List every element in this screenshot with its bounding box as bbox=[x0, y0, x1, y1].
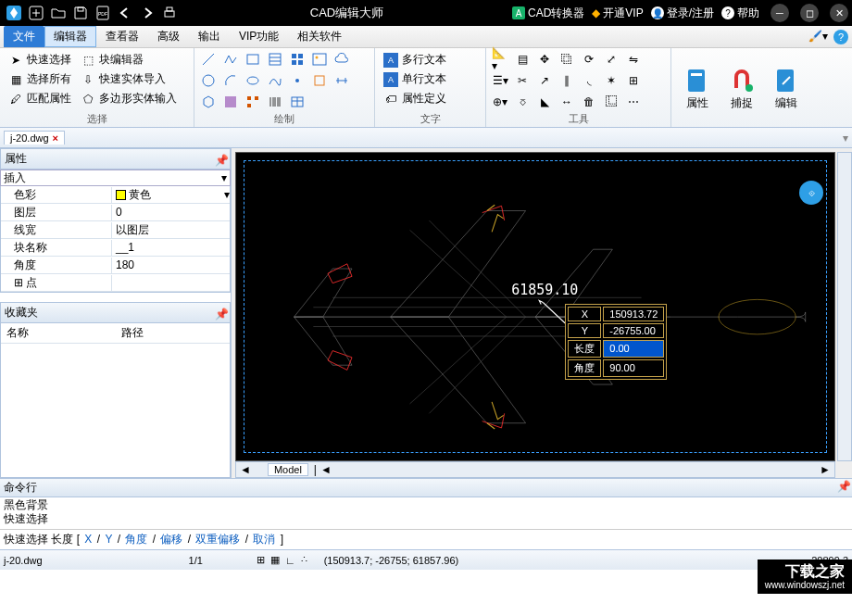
vertical-scrollbar[interactable] bbox=[837, 152, 852, 461]
login-link[interactable]: 👤登录/注册 bbox=[651, 6, 714, 21]
cmd-link-doffset[interactable]: 双重偏移 bbox=[195, 533, 240, 546]
settings-help-icon[interactable]: ? bbox=[833, 30, 848, 44]
vip-link[interactable]: ◆开通VIP bbox=[592, 6, 643, 21]
properties-panel-header[interactable]: 属性📌 bbox=[0, 148, 231, 170]
horizontal-scrollbar[interactable]: ◄ Model |◄ ► bbox=[235, 461, 835, 478]
hatch-icon[interactable] bbox=[267, 51, 283, 68]
scroll-left-icon[interactable]: ◄ bbox=[236, 463, 255, 476]
prop-row-blockname[interactable]: 块名称__1 bbox=[1, 239, 230, 257]
arc-icon[interactable] bbox=[222, 72, 239, 89]
polar-toggle-icon[interactable]: ∴ bbox=[301, 554, 307, 566]
snap-big-button[interactable]: 捕捉 bbox=[721, 51, 762, 127]
rotate-icon[interactable]: ⟳ bbox=[581, 51, 597, 68]
cmd-link-x[interactable]: X bbox=[84, 533, 92, 546]
grid-icon[interactable] bbox=[289, 51, 306, 68]
length-input[interactable]: 0.00 bbox=[603, 340, 664, 358]
multiline-text-button[interactable]: A多行文本 bbox=[381, 51, 449, 69]
block-editor-button[interactable]: ⬚块编辑器 bbox=[78, 51, 180, 69]
circle-icon[interactable] bbox=[200, 72, 217, 89]
point-icon[interactable] bbox=[289, 72, 306, 89]
menu-editor[interactable]: 编辑器 bbox=[44, 26, 96, 47]
array-icon[interactable]: ⊞ bbox=[625, 72, 642, 89]
cmd-link-angle[interactable]: 角度 bbox=[125, 533, 147, 546]
dim-icon[interactable] bbox=[333, 72, 350, 89]
qrcode-icon[interactable] bbox=[244, 94, 261, 110]
hexagon-icon[interactable] bbox=[200, 94, 217, 110]
fill-icon[interactable] bbox=[222, 94, 239, 110]
command-input[interactable]: 快速选择 长度 [ X / Y / 角度 / 偏移 / 双重偏移 / 取消 ] bbox=[0, 529, 852, 549]
menu-viewer[interactable]: 查看器 bbox=[96, 26, 148, 47]
close-tab-icon[interactable]: × bbox=[53, 132, 58, 144]
help-link[interactable]: ?帮助 bbox=[721, 6, 759, 21]
cad-converter-link[interactable]: ACAD转换器 bbox=[512, 6, 584, 21]
scroll-right-icon[interactable]: ► bbox=[816, 463, 834, 476]
undo-icon[interactable] bbox=[115, 3, 135, 23]
pin-icon[interactable]: 📌 bbox=[215, 308, 226, 319]
redo-icon[interactable] bbox=[137, 3, 157, 23]
match-props-button[interactable]: 🖊匹配属性 bbox=[6, 90, 74, 107]
ortho-toggle-icon[interactable]: ∟ bbox=[285, 555, 295, 566]
mirror-icon[interactable]: ⇋ bbox=[625, 51, 642, 68]
scale-icon[interactable]: ⤢ bbox=[603, 51, 620, 68]
extend-icon[interactable]: ↗ bbox=[536, 72, 553, 89]
pdf-icon[interactable]: PDF bbox=[93, 3, 113, 23]
insert-dropdown[interactable]: 插入▾ bbox=[0, 170, 231, 186]
barcode-icon[interactable] bbox=[267, 94, 283, 110]
select-all-button[interactable]: ▦选择所有 bbox=[6, 70, 74, 88]
prop-row-layer[interactable]: 图层0 bbox=[1, 204, 230, 221]
prop-row-angle[interactable]: 角度180 bbox=[1, 257, 230, 274]
close-button[interactable]: ✕ bbox=[830, 4, 848, 22]
pin-icon[interactable]: 📌 bbox=[837, 480, 848, 491]
fillet-icon[interactable]: ◟ bbox=[581, 72, 597, 89]
prop-row-point[interactable]: ⊞ 点 bbox=[1, 274, 230, 292]
fav-col-name[interactable]: 名称 bbox=[1, 323, 116, 343]
quick-select-button[interactable]: ➤快速选择 bbox=[6, 51, 74, 69]
more-tool-icon[interactable]: ⋯ bbox=[625, 94, 642, 110]
scroll-track[interactable]: ◄ bbox=[317, 463, 335, 476]
maximize-button[interactable]: ◻ bbox=[800, 4, 819, 22]
style-icon[interactable]: 🖌️▾ bbox=[808, 30, 828, 44]
snap-toggle-icon[interactable]: ⊞ bbox=[257, 554, 265, 566]
polygon-input-button[interactable]: ⬠多边形实体输入 bbox=[78, 90, 180, 107]
fav-col-path[interactable]: 路径 bbox=[116, 323, 231, 343]
copy-icon[interactable]: ⿻ bbox=[558, 51, 575, 68]
cmd-link-offset[interactable]: 偏移 bbox=[160, 533, 182, 546]
prop-row-lineweight[interactable]: 线宽以图层 bbox=[1, 221, 230, 239]
view-cube-button[interactable]: ⟐ bbox=[799, 181, 823, 205]
move-icon[interactable]: ✥ bbox=[536, 51, 553, 68]
singleline-text-button[interactable]: A单行文本 bbox=[381, 70, 449, 88]
chamfer-icon[interactable]: ◣ bbox=[536, 94, 553, 110]
new-icon[interactable] bbox=[26, 3, 46, 23]
explode-icon[interactable]: ✶ bbox=[603, 72, 620, 89]
polyline-icon[interactable] bbox=[222, 51, 239, 68]
edit-big-button[interactable]: 编辑 bbox=[766, 51, 807, 127]
cmd-link-y[interactable]: Y bbox=[105, 533, 112, 546]
align-icon[interactable]: ☰▾ bbox=[492, 72, 508, 89]
menu-related[interactable]: 相关软件 bbox=[288, 26, 351, 47]
block-insert-icon[interactable] bbox=[311, 72, 328, 89]
break-icon[interactable]: ⎏ bbox=[514, 94, 531, 110]
menu-file[interactable]: 文件 bbox=[4, 26, 44, 47]
rect-icon[interactable] bbox=[244, 51, 261, 68]
attr-def-button[interactable]: 🏷属性定义 bbox=[381, 90, 449, 107]
drawing-canvas[interactable]: 61859.10 X150913.72 Y-26755.00 长度0.00 角度… bbox=[235, 152, 835, 461]
trim-icon[interactable]: ✂ bbox=[514, 72, 531, 89]
cmd-link-cancel[interactable]: 取消 bbox=[253, 533, 275, 546]
table-icon[interactable] bbox=[289, 94, 306, 110]
cloud-icon[interactable] bbox=[333, 51, 350, 68]
menu-vip[interactable]: VIP功能 bbox=[230, 26, 288, 47]
delete-icon[interactable]: 🗑 bbox=[581, 94, 597, 110]
image-icon[interactable] bbox=[311, 51, 328, 68]
layer-icon[interactable]: ▤ bbox=[514, 51, 531, 68]
spline-icon[interactable] bbox=[267, 72, 283, 89]
minimize-button[interactable]: ─ bbox=[771, 4, 789, 22]
file-tab[interactable]: j-20.dwg× bbox=[4, 131, 65, 145]
favorites-panel-header[interactable]: 收藏夹📌 bbox=[0, 302, 231, 323]
ellipse-icon[interactable] bbox=[244, 72, 261, 89]
join-icon[interactable]: ⊕▾ bbox=[492, 94, 508, 110]
stretch-icon[interactable]: ↔ bbox=[558, 94, 575, 110]
menu-advanced[interactable]: 高级 bbox=[148, 26, 189, 47]
measure-icon[interactable]: 📐▾ bbox=[492, 51, 508, 68]
group-icon[interactable]: ⿺ bbox=[603, 94, 620, 110]
prop-row-color[interactable]: 色彩黄色▾ bbox=[1, 186, 230, 204]
